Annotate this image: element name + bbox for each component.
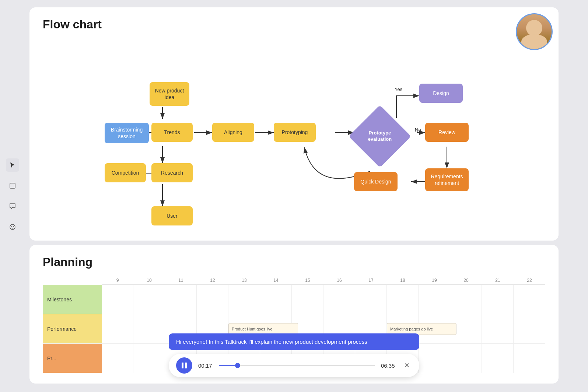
user-node[interactable]: User [151,206,193,225]
svg-rect-16 [182,363,183,368]
progress-bar[interactable] [219,365,375,366]
col-18: 18 [387,276,419,284]
new-product-node[interactable]: New product idea [150,82,189,106]
performance-label: Performance [43,314,102,343]
svg-rect-0 [10,183,15,188]
milestones-row: Milestones [43,285,545,314]
talktrack-message: Hi everyone! In this Talktrack I'll expl… [169,333,419,350]
time-current: 00:17 [198,363,213,369]
milestones-label: Milestones [43,285,102,314]
pr-label: Pr... [43,344,102,373]
planning-title: Planning [43,255,545,269]
flowchart-title: Flow chart [43,18,545,31]
flowchart-area: Brainstorming session New product idea T… [43,39,545,230]
requirements-node[interactable]: Requirements refinement [425,168,469,191]
emoji-tool-icon[interactable] [6,220,19,234]
col-20: 20 [450,276,482,284]
col-13: 13 [228,276,260,284]
research-node[interactable]: Research [151,163,193,182]
col-19: 19 [419,276,450,284]
svg-point-1 [10,224,15,230]
yes-label: Yes [395,87,402,92]
milestones-cells [102,285,545,314]
prototype-eval-node[interactable]: Prototype evaluation [354,111,406,162]
svg-rect-17 [185,363,187,368]
sidebar [0,0,25,392]
col-15: 15 [292,276,323,284]
progress-thumb [235,363,240,368]
pause-button[interactable] [176,357,192,374]
close-button[interactable]: ✕ [402,360,412,371]
flowchart-panel: Flow chart [29,7,559,241]
prototyping-node[interactable]: Prototyping [274,123,316,142]
col-16: 16 [323,276,355,284]
col-9: 9 [102,276,133,284]
gantt-header: 9 10 11 12 13 14 15 16 17 18 19 20 21 22 [102,276,545,285]
col-10: 10 [133,276,165,284]
product-hunt-item: Product Hunt goes live [228,323,298,335]
col-17: 17 [355,276,387,284]
brainstorming-node[interactable]: Brainstorming session [105,123,149,143]
col-14: 14 [260,276,292,284]
trends-node[interactable]: Trends [151,123,193,142]
marketing-pages-item: Marketing pages go live [387,323,456,335]
col-12: 12 [197,276,228,284]
design-node[interactable]: Design [419,84,463,103]
col-11: 11 [165,276,197,284]
talktrack-controls: 00:17 06:35 ✕ [169,354,419,377]
svg-point-2 [11,226,12,227]
talktrack-overlay: Hi everyone! In this Talktrack I'll expl… [169,333,419,377]
quick-design-node[interactable]: Quick Design [354,172,398,191]
no-label: No [415,127,421,133]
comment-tool-icon[interactable] [6,200,19,213]
time-total: 06:35 [381,363,396,369]
sticky-note-tool-icon[interactable] [6,179,19,192]
competition-node[interactable]: Competition [105,163,146,182]
cursor-tool-icon[interactable] [6,158,19,172]
col-22: 22 [514,276,545,284]
svg-point-3 [13,226,14,227]
col-21: 21 [482,276,514,284]
aligning-node[interactable]: Aligning [212,123,254,142]
review-node[interactable]: Review [425,123,469,142]
